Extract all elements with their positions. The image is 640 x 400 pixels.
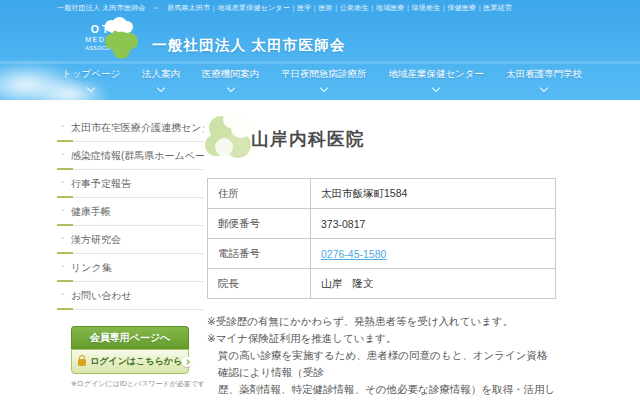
- sidebar-divider: [57, 197, 204, 198]
- login-note: ※ログインにはIDとパスワードが必要です: [71, 379, 189, 389]
- table-row-postal-code: 郵便番号 373-0817: [208, 209, 556, 239]
- sidebar-item-label: お問い合わせ: [71, 289, 204, 303]
- sidebar-item-infection-info[interactable]: ・ 感染症情報(群馬県ホームページ): [57, 142, 204, 169]
- chevron-down-icon: [540, 84, 548, 92]
- clover-logo-icon: [103, 20, 141, 62]
- sidebar: ・ 太田市在宅医療介護連携センター ・ 感染症情報(群馬県ホームページ) ・ 行…: [57, 114, 204, 389]
- nav-label: 法人案内: [142, 68, 180, 81]
- lock-icon: [78, 359, 86, 366]
- table-row-address: 住所 太田市飯塚町1584: [208, 179, 556, 209]
- bullet-icon: ・: [59, 121, 67, 133]
- member-page-button[interactable]: 会員専用ページへ: [71, 326, 189, 349]
- nav-label: トップページ: [62, 68, 120, 81]
- sidebar-divider: [57, 309, 204, 310]
- site-tagline: 一般社団法人 太田市医師会 ～ 群馬県太田市｜地域産業保健センター｜医学｜医術｜…: [57, 3, 630, 13]
- row-label: 院長: [208, 269, 311, 299]
- row-value: 太田市飯塚町1584: [311, 179, 556, 209]
- site-title[interactable]: 一般社団法人 太田市医師会: [152, 36, 346, 55]
- login-button[interactable]: ログインはこちらから: [71, 349, 189, 374]
- sidebar-item-contact[interactable]: ・ お問い合わせ: [57, 282, 204, 309]
- login-button-label: ログインはこちらから: [90, 355, 182, 368]
- row-value: 山岸 隆文: [311, 269, 556, 299]
- row-value: 0276-45-1580: [311, 239, 556, 269]
- table-row-director: 院長 山岸 隆文: [208, 269, 556, 299]
- sidebar-item-label: リンク集: [71, 261, 204, 275]
- bullet-icon: ・: [59, 289, 67, 301]
- nav-item-top[interactable]: トップページ: [62, 68, 120, 91]
- note-line: 質の高い診療を実施するため、患者様の同意のもと、オンライン資格確認により情報（受…: [207, 347, 556, 381]
- main-content: 山岸内科医院 住所 太田市飯塚町1584 郵便番号 373-0817 電話番号 …: [207, 112, 556, 400]
- note-line: 歴、薬剤情報、特定健診情報、その他必要な診療情報）を取得・活用します。: [207, 381, 556, 400]
- page-body: ・ 太田市在宅医療介護連携センター ・ 感染症情報(群馬県ホームページ) ・ 行…: [0, 100, 640, 400]
- bullet-icon: ・: [59, 233, 67, 245]
- sidebar-item-health-notebook[interactable]: ・ 健康手帳: [57, 198, 204, 225]
- sidebar-item-label: 太田市在宅医療介護連携センター: [71, 121, 204, 135]
- sidebar-item-links[interactable]: ・ リンク集: [57, 254, 204, 281]
- site-header: 一般社団法人 太田市医師会 ～ 群馬県太田市｜地域産業保健センター｜医学｜医術｜…: [0, 0, 640, 100]
- row-label: 郵便番号: [208, 209, 311, 239]
- chevron-down-icon: [226, 84, 234, 92]
- nav-item-nursing-school[interactable]: 太田看護専門学校: [506, 68, 582, 91]
- nav-separator: [0, 61, 640, 64]
- sidebar-item-label: 健康手帳: [71, 205, 204, 219]
- sidebar-divider: [57, 281, 204, 282]
- chevron-down-icon: [432, 84, 440, 92]
- clinic-notes: ※受診歴の有無にかかわらず、発熱患者等を受け入れています。 ※マイナ保険証利用を…: [207, 313, 556, 400]
- bullet-icon: ・: [59, 205, 67, 217]
- nav-item-emergency-clinic[interactable]: 平日夜間急病診療所: [281, 68, 367, 91]
- table-row-phone: 電話番号 0276-45-1580: [208, 239, 556, 269]
- row-label: 電話番号: [208, 239, 311, 269]
- arrow-right-icon: [182, 357, 192, 367]
- phone-link[interactable]: 0276-45-1580: [321, 248, 386, 260]
- sidebar-divider: [57, 225, 204, 226]
- nav-item-about[interactable]: 法人案内: [142, 68, 180, 91]
- note-line: ※マイナ保険証利用を推進しています。: [207, 330, 556, 347]
- note-line: ※受診歴の有無にかかわらず、発熱患者等を受け入れています。: [207, 313, 556, 330]
- nav-item-institutions[interactable]: 医療機関案内: [202, 68, 259, 91]
- sidebar-divider: [57, 169, 204, 170]
- sidebar-item-label: 感染症情報(群馬県ホームページ): [71, 149, 204, 163]
- sidebar-item-home-care-center[interactable]: ・ 太田市在宅医療介護連携センター: [57, 114, 204, 141]
- sidebar-item-label: 行事予定報告: [71, 177, 204, 191]
- bullet-icon: ・: [59, 177, 67, 189]
- row-label: 住所: [208, 179, 311, 209]
- sidebar-item-label: 漢方研究会: [71, 233, 204, 247]
- sidebar-divider: [57, 253, 204, 254]
- clinic-info-table: 住所 太田市飯塚町1584 郵便番号 373-0817 電話番号 0276-45…: [207, 178, 556, 299]
- sidebar-item-event-schedule[interactable]: ・ 行事予定報告: [57, 170, 204, 197]
- chevron-down-icon: [87, 84, 95, 92]
- member-panel: 会員専用ページへ ログインはこちらから ※ログインにはIDとパスワードが必要です: [71, 326, 189, 389]
- clinic-title-block: 山岸内科医院: [207, 112, 556, 166]
- chevron-down-icon: [157, 84, 165, 92]
- nav-label: 地域産業保健センター: [388, 68, 484, 81]
- page-title: 山岸内科医院: [251, 127, 365, 151]
- chevron-down-icon: [319, 84, 327, 92]
- bullet-icon: ・: [59, 261, 67, 273]
- clover-decoration-icon: [207, 112, 255, 166]
- nav-label: 医療機関案内: [202, 68, 259, 81]
- nav-label: 平日夜間急病診療所: [281, 68, 367, 81]
- sidebar-divider: [57, 141, 204, 142]
- sidebar-item-kampo-study[interactable]: ・ 漢方研究会: [57, 226, 204, 253]
- row-value: 373-0817: [311, 209, 556, 239]
- bullet-icon: ・: [59, 149, 67, 161]
- nav-label: 太田看護専門学校: [506, 68, 582, 81]
- nav-item-occupational-health[interactable]: 地域産業保健センター: [388, 68, 484, 91]
- main-navigation: トップページ 法人案内 医療機関案内 平日夜間急病診療所 地域産業保健センター …: [62, 68, 582, 91]
